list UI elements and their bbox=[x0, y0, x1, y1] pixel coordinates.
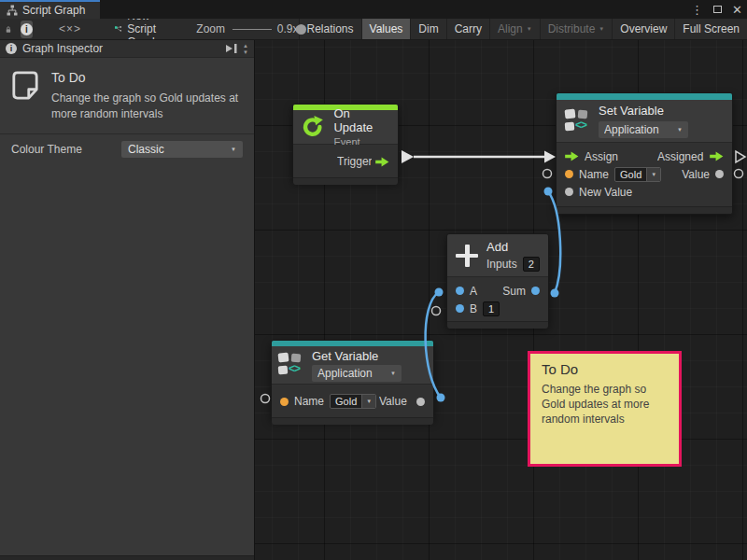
scroll-down-icon[interactable]: ▼ bbox=[243, 49, 248, 55]
on-update-loop-icon bbox=[300, 114, 325, 140]
sticky-note-body: Change the graph so Gold updates at more… bbox=[542, 382, 657, 427]
chevron-down-icon: ▼ bbox=[677, 127, 683, 133]
lock-icon[interactable] bbox=[6, 22, 11, 36]
toolbar-buttons: Relations Values Dim Carry Align▼ Distri… bbox=[299, 19, 747, 40]
zoom-slider-handle[interactable] bbox=[296, 24, 306, 35]
assigned-output-port[interactable] bbox=[710, 151, 724, 161]
name-input-port[interactable] bbox=[280, 398, 289, 406]
align-dropdown[interactable]: Align▼ bbox=[489, 19, 540, 40]
node-add[interactable]: Add Inputs 2 A Sum bbox=[446, 233, 549, 327]
inputs-count-field[interactable]: 2 bbox=[523, 257, 540, 272]
inputs-label: Inputs bbox=[486, 258, 517, 271]
on-update-header: On Update Event bbox=[293, 110, 398, 145]
sticky-note-icon bbox=[11, 70, 39, 101]
script-graph-icon bbox=[7, 5, 18, 16]
graph-inspector-panel: i Graph Inspector ▲ ▼ To Do Change th bbox=[0, 40, 255, 560]
graph-inspector-title: Graph Inspector bbox=[22, 42, 103, 55]
sum-output-port[interactable] bbox=[531, 287, 540, 295]
new-script-graph-button[interactable]: New Script Graph bbox=[115, 19, 168, 40]
menu-icon[interactable]: ⋮ bbox=[691, 4, 703, 16]
sticky-note[interactable]: To Do Change the graph so Gold updates a… bbox=[528, 351, 682, 467]
graph-canvas[interactable]: On Update Event Trigger <> bbox=[255, 40, 747, 560]
b-value-field[interactable]: 1 bbox=[483, 301, 500, 316]
scroll-up-icon[interactable]: ▲ bbox=[243, 43, 248, 49]
wire-endpoint-dot bbox=[435, 288, 444, 297]
chevron-down-icon: ▼ bbox=[527, 26, 532, 32]
name-port-label: Name bbox=[579, 168, 609, 181]
wire-endpoint-dot bbox=[437, 394, 445, 402]
carry-button[interactable]: Carry bbox=[446, 19, 489, 40]
variable-name-dropdown[interactable]: Gold ▼ bbox=[614, 167, 661, 182]
relations-button[interactable]: Relations bbox=[299, 19, 361, 40]
a-input-port[interactable] bbox=[456, 287, 464, 295]
distribute-dropdown[interactable]: Distribute▼ bbox=[540, 19, 613, 40]
wire-endpoint-dot bbox=[551, 289, 559, 298]
zoom-slider-track[interactable] bbox=[233, 29, 272, 31]
variable-name-dropdown[interactable]: Gold ▼ bbox=[330, 394, 376, 409]
note-body: Change the graph so Gold updates at more… bbox=[51, 91, 243, 122]
zoom-label: Zoom bbox=[196, 22, 225, 35]
wire-end-arrow bbox=[544, 151, 556, 163]
popout-icon[interactable] bbox=[225, 43, 238, 54]
colour-theme-dropdown[interactable]: Classic ▼ bbox=[121, 141, 243, 158]
info-icon: i bbox=[21, 23, 33, 35]
new-value-port-label: New Value bbox=[579, 186, 632, 199]
maximize-icon[interactable] bbox=[713, 6, 722, 13]
node-get-variable[interactable]: <> Get Variable Application ▼ Name bbox=[271, 340, 434, 419]
node-title: Add bbox=[486, 240, 540, 254]
dim-button[interactable]: Dim bbox=[410, 19, 445, 40]
assign-input-port[interactable] bbox=[565, 151, 579, 161]
node-set-variable[interactable]: <> Set Variable Application ▼ bbox=[556, 92, 733, 215]
get-variable-header: <> Get Variable Application ▼ bbox=[272, 346, 433, 385]
chevron-down-icon: ▼ bbox=[599, 26, 604, 32]
wire-start-arrow bbox=[402, 150, 414, 163]
variable-scope-dropdown[interactable]: Application ▼ bbox=[599, 121, 688, 138]
external-port-circle[interactable] bbox=[735, 170, 743, 178]
node-footer bbox=[293, 177, 398, 185]
chevron-down-icon: ▼ bbox=[231, 147, 236, 152]
chevron-down-icon: ▼ bbox=[361, 395, 375, 408]
variable-scope-dropdown[interactable]: Application ▼ bbox=[312, 365, 402, 382]
overview-button[interactable]: Overview bbox=[612, 19, 674, 40]
node-on-update[interactable]: On Update Event Trigger bbox=[292, 104, 399, 181]
graph-node-icon bbox=[115, 22, 121, 35]
graph-toolbar: i <×> New Script Graph Zoom 0.9x Relatio… bbox=[0, 19, 747, 40]
external-port-circle[interactable] bbox=[543, 170, 552, 178]
tab-title: Script Graph bbox=[22, 4, 85, 17]
value-output-port[interactable] bbox=[416, 398, 425, 406]
sticky-note-title: To Do bbox=[542, 361, 668, 377]
external-port-triangle[interactable] bbox=[736, 151, 745, 162]
assign-port-label: Assign bbox=[585, 150, 620, 163]
trigger-port-label: Trigger bbox=[337, 155, 372, 168]
trigger-output-port[interactable] bbox=[375, 157, 389, 167]
assigned-port-label: Assigned bbox=[657, 150, 704, 163]
values-button[interactable]: Values bbox=[361, 19, 411, 40]
external-port-circle[interactable] bbox=[261, 395, 270, 403]
sum-port-label: Sum bbox=[502, 285, 526, 298]
b-input-port[interactable] bbox=[456, 304, 464, 313]
set-variable-header: <> Set Variable Application ▼ bbox=[557, 100, 732, 143]
zoom-slider[interactable] bbox=[233, 23, 272, 35]
node-footer bbox=[272, 417, 433, 425]
panel-scrollbar[interactable]: ▲ ▼ bbox=[243, 43, 248, 55]
close-icon[interactable]: ✕ bbox=[732, 4, 742, 16]
graph-note-summary: To Do Change the graph so Gold updates a… bbox=[0, 58, 254, 133]
full-screen-button[interactable]: Full Screen bbox=[674, 19, 747, 40]
colour-theme-label: Colour Theme bbox=[11, 143, 82, 156]
tab-script-graph[interactable]: Script Graph bbox=[0, 0, 100, 19]
value-port-label: Value bbox=[379, 395, 411, 408]
chevron-down-icon: ▼ bbox=[646, 168, 660, 181]
value-output-port[interactable] bbox=[715, 170, 724, 178]
name-port-label: Name bbox=[294, 395, 324, 408]
variable-accent-bar bbox=[557, 93, 732, 100]
inspector-toggle-button[interactable]: i bbox=[21, 21, 33, 38]
external-port-circle[interactable] bbox=[432, 307, 441, 315]
panel-footer bbox=[0, 555, 254, 560]
new-value-input-port[interactable] bbox=[565, 188, 573, 196]
code-icon[interactable]: <×> bbox=[59, 22, 81, 35]
note-title: To Do bbox=[51, 70, 243, 85]
graph-inspector-header: i Graph Inspector ▲ ▼ bbox=[0, 40, 254, 58]
window-controls: ⋮ ✕ bbox=[691, 0, 742, 19]
variable-icon: <> bbox=[565, 109, 590, 133]
name-input-port[interactable] bbox=[565, 170, 573, 178]
